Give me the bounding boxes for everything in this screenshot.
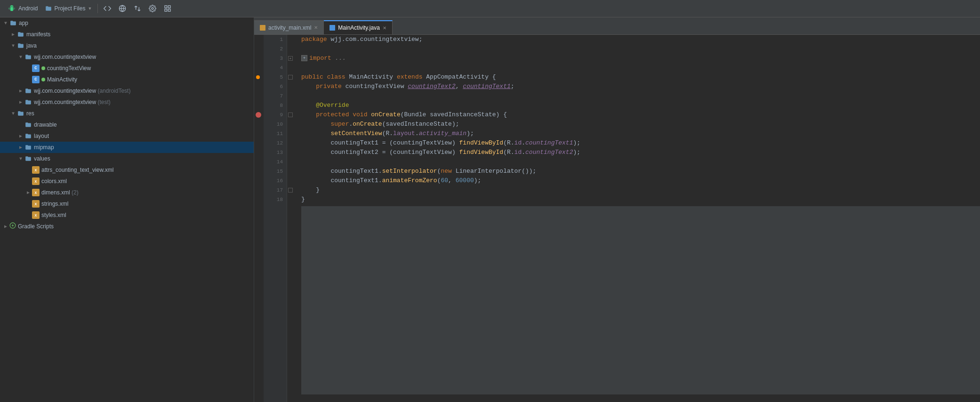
line-num-11: 11 bbox=[264, 129, 287, 138]
folder-icon bbox=[24, 121, 32, 129]
fold-class-close[interactable] bbox=[287, 185, 294, 195]
arrow-icon bbox=[17, 155, 24, 162]
arrow-icon bbox=[9, 110, 17, 117]
left-gutter-markers bbox=[254, 35, 264, 402]
tab-mainactivity-java[interactable]: MainActivity.java ✕ bbox=[324, 20, 392, 34]
code-line-6: private countingTextView countingText2, … bbox=[301, 82, 980, 91]
tree-item-app[interactable]: app bbox=[0, 17, 254, 29]
line-num-4: 4 bbox=[264, 63, 287, 72]
folder-icon bbox=[17, 42, 24, 49]
svg-rect-3 bbox=[165, 6, 167, 8]
swap-icon bbox=[134, 5, 141, 12]
code-line-11: setContentView(R.layout.activity_main); bbox=[301, 129, 980, 138]
marker-18 bbox=[254, 195, 264, 204]
item-label-counting-textview: countingTextView bbox=[47, 65, 91, 72]
tree-item-pkg-test[interactable]: wjj.com.countingtextview (test) bbox=[0, 96, 254, 108]
folder-icon bbox=[24, 98, 32, 106]
xml-file-icon: X bbox=[32, 189, 40, 196]
tab-activity-main-xml[interactable]: activity_main.xml ✕ bbox=[254, 20, 324, 34]
marker-16 bbox=[254, 176, 264, 185]
tree-item-colors-xml[interactable]: X colors.xml bbox=[0, 176, 254, 187]
tab-bar: activity_main.xml ✕ MainActivity.java ✕ bbox=[254, 17, 980, 35]
swap-icon-btn[interactable] bbox=[130, 5, 145, 12]
marker-1 bbox=[254, 35, 264, 44]
folder-icon bbox=[45, 5, 52, 12]
marker-13 bbox=[254, 148, 264, 157]
code-content[interactable]: package wjj.com.countingtextview; +impor… bbox=[294, 35, 980, 402]
fold-import[interactable]: + bbox=[287, 54, 294, 63]
tab-close-xml[interactable]: ✕ bbox=[314, 25, 318, 30]
marker-5 bbox=[254, 72, 264, 82]
folder-icon bbox=[24, 87, 32, 95]
code-line-3: +import ... bbox=[301, 54, 980, 63]
globe-icon-btn[interactable] bbox=[115, 5, 130, 12]
tree-item-java[interactable]: java bbox=[0, 40, 254, 51]
fold-oncreate[interactable] bbox=[287, 110, 294, 120]
item-label-colors-xml: colors.xml bbox=[41, 178, 67, 185]
tree-item-counting-textview[interactable]: C countingTextView bbox=[0, 63, 254, 74]
code-line-10: super.onCreate(savedInstanceState); bbox=[301, 120, 980, 129]
xml-file-icon: X bbox=[32, 166, 40, 174]
tree-item-attrs-xml[interactable]: X attrs_counting_text_view.xml bbox=[0, 164, 254, 176]
marker-7 bbox=[254, 91, 264, 101]
marker-6 bbox=[254, 82, 264, 91]
fold-class-open[interactable] bbox=[287, 72, 294, 82]
tree-item-pkg-androidtest[interactable]: wjj.com.countingtextview (androidTest) bbox=[0, 85, 254, 96]
tree-item-manifests[interactable]: manifests bbox=[0, 29, 254, 40]
arrow-icon bbox=[17, 132, 24, 140]
item-label-mainactivity: MainActivity bbox=[47, 76, 77, 83]
tree-item-pkg-main[interactable]: wjj.com.countingtextview bbox=[0, 51, 254, 63]
tree-item-mainactivity[interactable]: C MainActivity bbox=[0, 74, 254, 85]
item-label-gradle: Gradle Scripts bbox=[18, 223, 54, 230]
folder-icon bbox=[17, 31, 24, 38]
arrow-icon bbox=[9, 31, 17, 38]
line-num-2: 2 bbox=[264, 44, 287, 54]
code-line-14 bbox=[301, 157, 980, 167]
item-label-java: java bbox=[26, 42, 37, 49]
tree-item-drawable[interactable]: drawable bbox=[0, 119, 254, 130]
android-icon bbox=[8, 4, 16, 13]
folder-icon bbox=[24, 132, 32, 140]
line-num-15: 15 bbox=[264, 167, 287, 176]
tree-item-mipmap[interactable]: mipmap bbox=[0, 142, 254, 153]
tree-item-styles-xml[interactable]: X styles.xml bbox=[0, 209, 254, 221]
settings-icon bbox=[149, 5, 156, 12]
code-line-9: protected void onCreate(Bundle savedInst… bbox=[301, 110, 980, 120]
line-num-3: 3 bbox=[264, 54, 287, 63]
dropdown-arrow-icon: ▼ bbox=[88, 6, 92, 11]
nav-left-right-icon[interactable] bbox=[100, 5, 115, 12]
xml-file-icon: X bbox=[32, 200, 40, 208]
code-line-8: @Override bbox=[301, 101, 980, 110]
xml-file-icon: X bbox=[32, 177, 40, 185]
arrow-icon bbox=[17, 53, 24, 61]
code-line-16: countingText1.animateFromZero(60, 60000)… bbox=[301, 176, 980, 185]
tab-close-java[interactable]: ✕ bbox=[383, 25, 386, 31]
tree-item-values[interactable]: values bbox=[0, 153, 254, 164]
line-num-16: 16 bbox=[264, 176, 287, 185]
separator bbox=[97, 4, 98, 13]
fold-marker-column: + bbox=[287, 35, 294, 402]
tree-item-res[interactable]: res bbox=[0, 108, 254, 119]
line-num-1: 1 bbox=[264, 35, 287, 44]
android-project-selector[interactable]: Android bbox=[4, 4, 41, 13]
tree-item-dimens-xml[interactable]: X dimens.xml (2) bbox=[0, 187, 254, 198]
tree-item-layout[interactable]: layout bbox=[0, 130, 254, 142]
item-label-pkg-androidtest: wjj.com.countingtextview (androidTest) bbox=[34, 88, 130, 94]
globe-icon bbox=[119, 5, 126, 12]
layout-icon-btn[interactable] bbox=[160, 5, 175, 12]
line-num-18: 18 bbox=[264, 195, 287, 204]
item-label-values: values bbox=[34, 155, 50, 162]
tree-item-gradle[interactable]: Gradle Scripts bbox=[0, 221, 254, 232]
line-num-6: 6 bbox=[264, 82, 287, 91]
settings-icon-btn[interactable] bbox=[145, 5, 160, 12]
editor-area: activity_main.xml ✕ MainActivity.java ✕ bbox=[254, 17, 980, 402]
svg-rect-5 bbox=[165, 9, 167, 11]
item-label-manifests: manifests bbox=[26, 31, 50, 38]
gradle-icon bbox=[9, 222, 16, 231]
line-num-14: 14 bbox=[264, 157, 287, 167]
item-label-strings-xml: strings.xml bbox=[41, 201, 68, 207]
tree-item-strings-xml[interactable]: X strings.xml bbox=[0, 198, 254, 209]
nav-icon bbox=[104, 5, 111, 12]
svg-rect-4 bbox=[169, 6, 171, 8]
project-files-selector[interactable]: Project Files ▼ bbox=[41, 5, 96, 12]
